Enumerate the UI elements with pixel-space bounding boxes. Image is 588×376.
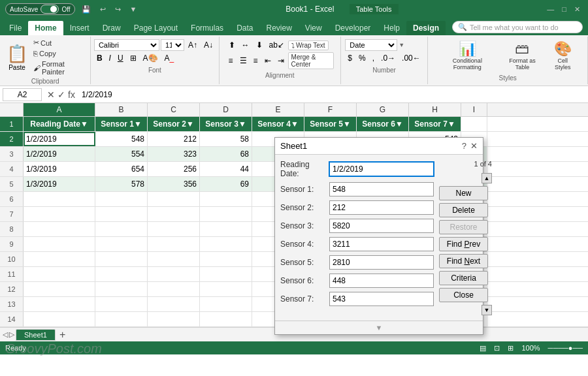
dialog-help-btn[interactable]: ? [462,141,466,151]
tab-file[interactable]: File [3,21,28,35]
align-left-button[interactable]: ≡ [226,55,236,67]
view-normal-icon[interactable]: ▤ [480,344,486,352]
cell-a4[interactable]: 1/3/2019 [24,162,95,176]
comma-button[interactable]: , [370,52,377,64]
align-right-button[interactable]: ≡ [251,55,261,67]
conditional-formatting-button[interactable]: 📊 Conditional Formatting [437,39,497,72]
dialog-input-sensor3[interactable] [329,219,434,233]
cell-c1[interactable]: Sensor 2▼ [148,117,200,131]
cell-i1[interactable] [461,117,487,131]
cell-a3[interactable]: 1/2/2019 [24,147,95,161]
col-header-a[interactable]: A [24,103,95,116]
wrap-text-button[interactable]: ⤵ Wrap Text [288,40,329,50]
scroll-sheet-left[interactable]: ◁ [3,330,8,339]
align-middle-button[interactable]: ↔ [239,39,252,51]
close-btn[interactable]: ✕ [572,4,583,15]
cell-d1[interactable]: Sensor 3▼ [200,117,252,131]
cell-name-box[interactable] [3,88,42,101]
cell-f1[interactable]: Sensor 5▼ [304,117,357,131]
cell-h1[interactable]: Sensor 7▼ [409,117,461,131]
maximize-btn[interactable]: □ [559,4,569,14]
view-page-break-icon[interactable]: ⊞ [508,344,514,352]
currency-button[interactable]: $ [345,52,355,64]
cell-a5[interactable]: 1/3/2019 [24,177,95,191]
scroll-sheet-right[interactable]: ▷ [9,330,14,339]
ribbon-search[interactable]: 🔍 Tell me what you want to do [452,21,583,33]
find-prev-button[interactable]: Find Prev [439,237,488,251]
scroll-up-button[interactable]: ▲ [482,173,492,183]
cell-b2[interactable]: 548 [95,132,148,146]
col-header-e[interactable]: E [252,103,304,116]
customize-icon[interactable]: ▼ [127,4,140,14]
align-bottom-button[interactable]: ⬇ [253,39,265,51]
find-next-button[interactable]: Find Next [439,254,488,268]
cell-c5[interactable]: 356 [148,177,200,191]
zoom-slider[interactable]: ────●── [548,344,583,352]
cancel-formula-icon[interactable]: ✕ [47,89,55,100]
cell-g1[interactable]: Sensor 6▼ [357,117,409,131]
scroll-down-button[interactable]: ▼ [482,305,492,315]
tab-help[interactable]: Help [377,21,406,35]
delete-button[interactable]: Delete [439,203,488,217]
cell-c2[interactable]: 212 [148,132,200,146]
paste-button[interactable]: 📋 Paste [4,42,30,72]
bold-button[interactable]: B [94,52,105,64]
dialog-input-sensor1[interactable] [329,182,434,196]
increase-decimal-button[interactable]: .00← [399,52,423,64]
copy-button[interactable]: ⎘ Copy [31,49,86,58]
add-sheet-btn[interactable]: + [59,329,65,341]
col-header-h[interactable]: H [409,103,461,116]
col-header-g[interactable]: G [357,103,409,116]
cell-d5[interactable]: 69 [200,177,252,191]
col-header-i[interactable]: I [461,103,487,116]
font-name-select[interactable]: Calibri [94,39,159,51]
cell-b4[interactable]: 654 [95,162,148,176]
font-size-select[interactable]: 11 [161,39,184,51]
dialog-input-reading-date[interactable] [329,162,434,176]
cell-d3[interactable]: 68 [200,147,252,161]
tab-page-layout[interactable]: Page Layout [127,21,184,35]
format-painter-button[interactable]: 🖌 Format Painter [31,59,86,76]
tab-insert[interactable]: Insert [63,21,96,35]
fill-color-button[interactable]: A🎨 [140,52,161,64]
dialog-input-sensor4[interactable] [329,237,434,251]
decrease-indent-button[interactable]: ⇤ [262,55,274,67]
border-button[interactable]: ⊞ [127,52,139,64]
cell-a2[interactable]: 1/2/2019 [24,132,95,146]
cell-b5[interactable]: 578 [95,177,148,191]
dialog-input-sensor7[interactable] [329,292,434,306]
cell-d2[interactable]: 58 [200,132,252,146]
col-header-c[interactable]: C [148,103,200,116]
close-dialog-button[interactable]: Close [439,288,488,302]
format-as-table-button[interactable]: 🗃 Format as Table [500,39,545,72]
tab-developer[interactable]: Developer [329,21,378,35]
undo-icon[interactable]: ↩ [97,4,108,15]
tab-draw[interactable]: Draw [96,21,127,35]
insert-function-icon[interactable]: fx [68,89,75,100]
cell-a1[interactable]: Reading Date▼ [24,117,95,131]
view-layout-icon[interactable]: ⊡ [494,344,500,352]
sheet-tab-sheet1[interactable]: Sheet1 [16,329,56,341]
tab-design[interactable]: Design [406,21,446,35]
tab-data[interactable]: Data [230,21,259,35]
tab-formulas[interactable]: Formulas [184,21,230,35]
dialog-input-sensor5[interactable] [329,255,434,270]
confirm-formula-icon[interactable]: ✓ [57,89,65,100]
col-header-d[interactable]: D [200,103,252,116]
increase-indent-button[interactable]: ⇥ [275,55,287,67]
cell-b3[interactable]: 554 [95,147,148,161]
col-header-b[interactable]: B [95,103,148,116]
new-button[interactable]: New [439,186,488,200]
cell-c4[interactable]: 256 [148,162,200,176]
dialog-close-btn[interactable]: ✕ [470,141,478,151]
font-shrink-button[interactable]: A↓ [201,39,216,51]
dialog-input-sensor2[interactable] [329,200,434,215]
align-center-button[interactable]: ☰ [237,55,250,67]
tab-view[interactable]: View [299,21,329,35]
cell-b1[interactable]: Sensor 1▼ [95,117,148,131]
dialog-input-sensor6[interactable] [329,274,434,288]
cell-c3[interactable]: 323 [148,147,200,161]
text-direction-button[interactable]: ab↙ [267,39,287,51]
restore-button[interactable]: Restore [439,220,488,234]
minimize-btn[interactable]: — [544,4,557,14]
